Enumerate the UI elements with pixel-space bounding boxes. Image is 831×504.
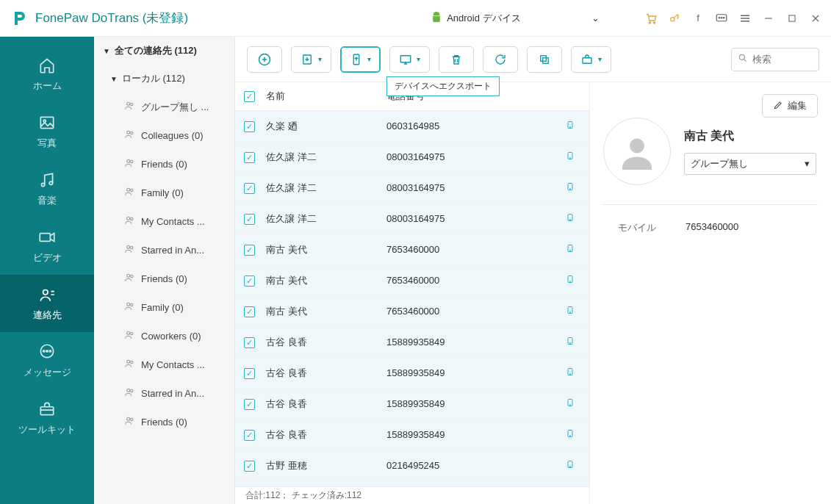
sidebar-item-contacts[interactable]: 連絡先: [0, 275, 94, 332]
svg-point-11: [49, 181, 52, 184]
svg-point-58: [570, 220, 571, 220]
row-checkbox[interactable]: ✓: [244, 461, 255, 472]
search-box[interactable]: [731, 48, 819, 71]
tree-group-item[interactable]: Friends (0): [94, 408, 234, 436]
tree-group-item[interactable]: Starred in An...: [94, 379, 234, 408]
export-to-device-button[interactable]: ▾: [340, 46, 381, 73]
row-phone: 08003164975: [386, 182, 560, 193]
sidebar-item-photos[interactable]: 写真: [0, 103, 94, 160]
row-phone: 7653460000: [386, 244, 560, 255]
cart-icon[interactable]: [644, 12, 658, 25]
select-all-checkbox[interactable]: ✓: [244, 91, 255, 102]
maximize-icon[interactable]: [785, 12, 799, 25]
device-dropdown[interactable]: Android デバイス ⌄: [423, 7, 606, 29]
tree-group-label: Family (0): [141, 187, 184, 198]
detail-name: 南古 美代: [684, 129, 816, 144]
svg-point-50: [739, 54, 744, 60]
tree-group-item[interactable]: Family (0): [94, 293, 234, 322]
svg-rect-47: [541, 55, 547, 61]
tree-group-label: My Contacts ...: [141, 216, 205, 227]
edit-button[interactable]: 編集: [762, 94, 818, 118]
table-row[interactable]: ✓古谷 良香15889935849: [235, 420, 589, 450]
device-icon: [560, 212, 580, 226]
group-dropdown[interactable]: グループ無し ▾: [684, 153, 816, 175]
import-button[interactable]: ▾: [291, 46, 331, 73]
svg-point-34: [131, 303, 133, 306]
tree-group-item[interactable]: Coworkers (0): [94, 322, 234, 350]
svg-point-22: [131, 132, 133, 134]
row-checkbox[interactable]: ✓: [244, 399, 255, 410]
table-row[interactable]: ✓南古 美代7653460000: [235, 234, 589, 265]
tree-group-item[interactable]: Family (0): [94, 179, 234, 207]
device-icon: [560, 397, 580, 411]
device-label: Android デバイス: [447, 12, 520, 25]
menu-icon[interactable]: [738, 12, 752, 25]
row-name: 久楽 廼: [262, 120, 386, 133]
sidebar-item-messages[interactable]: メッセージ: [0, 332, 94, 389]
table-row[interactable]: ✓久楽 廼0603164985: [235, 111, 589, 142]
key-icon[interactable]: [668, 12, 681, 25]
table-row[interactable]: ✓古谷 良香15889935849: [235, 389, 589, 420]
svg-point-41: [127, 417, 130, 420]
minimize-icon[interactable]: [762, 12, 775, 25]
row-checkbox[interactable]: ✓: [244, 152, 255, 163]
table-row[interactable]: ✓古谷 良香15889935849: [235, 327, 589, 358]
svg-point-52: [570, 127, 571, 128]
svg-point-26: [131, 189, 133, 191]
facebook-icon[interactable]: f: [691, 12, 705, 25]
sidebar-item-videos[interactable]: ビデオ: [0, 217, 94, 275]
table-row[interactable]: ✓古野 亜穂0216495245: [235, 450, 589, 481]
tree-group-item[interactable]: My Contacts ...: [94, 350, 234, 379]
row-checkbox[interactable]: ✓: [244, 276, 255, 287]
tree-group-label: Starred in An...: [141, 388, 204, 399]
table-row[interactable]: ✓佐久譲 洋二08003164975: [235, 173, 589, 204]
table-row[interactable]: ✓佐久譲 洋二08003164975: [235, 204, 589, 234]
svg-rect-48: [543, 57, 549, 63]
backup-button[interactable]: ▾: [571, 46, 611, 73]
home-icon: [0, 54, 94, 76]
search-input[interactable]: [752, 54, 811, 65]
refresh-button[interactable]: [483, 46, 518, 73]
export-to-pc-button[interactable]: ▾: [389, 46, 430, 73]
tree-all-contacts[interactable]: ▼ 全ての連絡先 (112): [94, 37, 234, 65]
sidebar-item-music[interactable]: 音楽: [0, 160, 94, 217]
add-button[interactable]: [247, 46, 282, 73]
feedback-icon[interactable]: [715, 12, 728, 25]
device-icon: [560, 366, 580, 380]
person-icon: [123, 186, 135, 200]
svg-point-77: [630, 139, 644, 154]
row-checkbox[interactable]: ✓: [244, 183, 255, 194]
svg-point-6: [723, 17, 724, 18]
svg-point-36: [131, 332, 133, 334]
music-icon: [0, 169, 94, 191]
tree-group-item[interactable]: My Contacts ...: [94, 207, 234, 236]
table-row[interactable]: ✓古谷 良香15889935849: [235, 358, 589, 389]
delete-button[interactable]: [439, 46, 474, 73]
table-row[interactable]: ✓古野 亜穂0216495245: [235, 481, 589, 486]
row-name: 古谷 良香: [262, 336, 386, 349]
tree-group-item[interactable]: Friends (0): [94, 150, 234, 179]
row-checkbox[interactable]: ✓: [244, 337, 255, 348]
row-checkbox[interactable]: ✓: [244, 214, 255, 225]
table-row[interactable]: ✓南古 美代7653460000: [235, 296, 589, 327]
close-icon[interactable]: [809, 12, 822, 25]
tree-local[interactable]: ▼ ローカル (112): [94, 65, 234, 93]
sidebar-item-toolkit[interactable]: ツールキット: [0, 389, 94, 447]
row-checkbox[interactable]: ✓: [244, 368, 255, 379]
table-row[interactable]: ✓佐久譲 洋二08003164975: [235, 142, 589, 173]
row-checkbox[interactable]: ✓: [244, 430, 255, 441]
col-name[interactable]: 名前: [262, 90, 386, 103]
tree-group-item[interactable]: グループ無し ...: [94, 93, 234, 121]
tree-group-item[interactable]: Starred in An...: [94, 236, 234, 264]
row-checkbox[interactable]: ✓: [244, 121, 255, 132]
table-row[interactable]: ✓南古 美代7653460000: [235, 265, 589, 296]
dedupe-button[interactable]: [527, 46, 562, 73]
tree-group-item[interactable]: Colleagues (0): [94, 121, 234, 150]
status-bar: 合計:112； チェック済み:112: [235, 486, 589, 504]
row-checkbox[interactable]: ✓: [244, 245, 255, 256]
sidebar-item-home[interactable]: ホーム: [0, 46, 94, 103]
svg-point-17: [49, 350, 51, 352]
tree-group-item[interactable]: Friends (0): [94, 264, 234, 293]
svg-point-30: [131, 246, 133, 248]
row-checkbox[interactable]: ✓: [244, 306, 255, 317]
